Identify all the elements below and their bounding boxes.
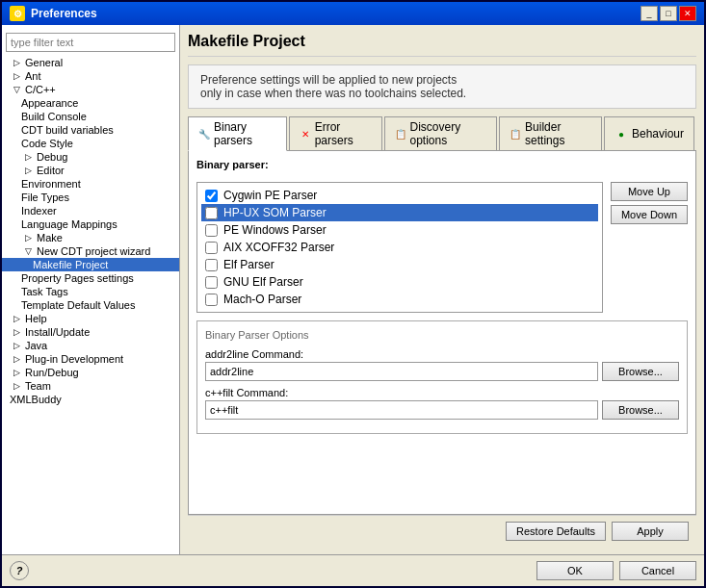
sidebar-item-label: Template Default Values bbox=[21, 299, 135, 311]
window-title: Preferences bbox=[31, 7, 97, 20]
expand-icon: ▷ bbox=[21, 166, 35, 175]
parser-item-hp-ux[interactable]: HP-UX SOM Parser bbox=[201, 204, 598, 221]
sidebar-item-help[interactable]: ▷ Help bbox=[2, 312, 179, 325]
sidebar-item-ant[interactable]: ▷ Ant bbox=[2, 69, 179, 83]
sidebar-item-label: New CDT project wizard bbox=[37, 245, 150, 257]
sidebar-item-editor[interactable]: ▷ Editor bbox=[2, 164, 179, 177]
expand-icon: ▷ bbox=[10, 381, 23, 391]
filter-input[interactable] bbox=[6, 33, 175, 52]
sidebar-item-debug[interactable]: ▷ Debug bbox=[2, 150, 179, 164]
parser-item-cygwin: Cygwin PE Parser bbox=[201, 187, 598, 204]
parser-checkbox-elf[interactable] bbox=[205, 259, 218, 271]
tabs: 🔧 Binary parsers ✕ Error parsers 📋 Disco… bbox=[188, 116, 696, 151]
sidebar-item-general[interactable]: ▷ General bbox=[2, 56, 179, 69]
parser-label: Mach-O Parser bbox=[223, 293, 301, 306]
parser-item-gnu-elf[interactable]: GNU Elf Parser bbox=[201, 273, 598, 291]
restore-defaults-button[interactable]: Restore Defaults bbox=[506, 522, 606, 541]
parser-checkbox-pe-windows[interactable] bbox=[205, 224, 218, 237]
error-parsers-icon: ✕ bbox=[300, 127, 311, 141]
parser-item-aix[interactable]: AIX XCOFF32 Parser bbox=[201, 239, 598, 256]
sidebar-item-property-pages[interactable]: Property Pages settings bbox=[2, 271, 179, 285]
sidebar-item-indexer[interactable]: Indexer bbox=[2, 204, 179, 217]
move-up-button[interactable]: Move Up bbox=[611, 182, 688, 201]
sidebar-item-new-cdt[interactable]: ▽ New CDT project wizard bbox=[2, 244, 179, 258]
sidebar-item-build-console[interactable]: Build Console bbox=[2, 110, 179, 123]
sidebar-item-cdt-build-variables[interactable]: CDT build variables bbox=[2, 123, 179, 137]
tab-error-parsers[interactable]: ✕ Error parsers bbox=[289, 116, 382, 150]
sidebar-item-label: Debug bbox=[37, 151, 67, 163]
tab-binary-parsers[interactable]: 🔧 Binary parsers bbox=[188, 116, 287, 151]
sidebar-item-team[interactable]: ▷ Team bbox=[2, 379, 179, 393]
info-text-2: only in case when there was no toolchain… bbox=[200, 87, 684, 100]
cppfilt-browse-button[interactable]: Browse... bbox=[602, 400, 679, 420]
parser-list: Cygwin PE Parser HP-UX SOM Parser PE Win… bbox=[197, 183, 602, 312]
sidebar-item-label: Ant bbox=[25, 70, 41, 82]
behaviour-icon: ● bbox=[614, 127, 628, 141]
sidebar-item-label: Make bbox=[37, 232, 63, 243]
parser-checkbox-mach-o[interactable] bbox=[205, 294, 218, 306]
tab-discovery-options[interactable]: 📋 Discovery options bbox=[384, 116, 498, 150]
addr2line-browse-button[interactable]: Browse... bbox=[602, 362, 679, 381]
sidebar-item-task-tags[interactable]: Task Tags bbox=[2, 285, 179, 298]
sidebar-item-environment[interactable]: Environment bbox=[2, 177, 179, 191]
sidebar-item-label: Java bbox=[25, 340, 47, 351]
sidebar-item-plugin-dev[interactable]: ▷ Plug-in Development bbox=[2, 352, 179, 366]
options-title: Binary Parser Options bbox=[205, 329, 679, 341]
tab-label: Behaviour bbox=[632, 127, 684, 141]
sidebar-item-label: General bbox=[25, 57, 63, 68]
tab-behaviour[interactable]: ● Behaviour bbox=[604, 116, 694, 150]
sidebar-item-label: CDT build variables bbox=[21, 124, 114, 136]
parser-checkbox-gnu-elf[interactable] bbox=[205, 276, 218, 289]
main-footer: Restore Defaults Apply bbox=[188, 515, 696, 547]
minimize-button[interactable]: _ bbox=[641, 6, 658, 21]
window-footer: ? OK Cancel bbox=[2, 554, 704, 586]
title-bar: ⚙ Preferences _ □ ✕ bbox=[2, 2, 704, 25]
sidebar-item-make[interactable]: ▷ Make bbox=[2, 231, 179, 244]
sidebar-item-cpp[interactable]: ▽ C/C++ bbox=[2, 83, 179, 96]
addr2line-field-row: addr2line Command: Browse... bbox=[205, 348, 679, 381]
expand-icon: ▷ bbox=[10, 71, 23, 81]
sidebar-item-file-types[interactable]: File Types bbox=[2, 191, 179, 204]
expand-icon: ▷ bbox=[10, 314, 23, 323]
parser-item-elf[interactable]: Elf Parser bbox=[201, 256, 598, 273]
expand-icon: ▷ bbox=[10, 327, 23, 337]
help-button[interactable]: ? bbox=[10, 561, 29, 580]
sidebar-item-code-style[interactable]: Code Style bbox=[2, 137, 179, 150]
expand-icon: ▷ bbox=[21, 152, 35, 162]
sidebar-item-label: Indexer bbox=[21, 205, 57, 217]
tab-label: Builder settings bbox=[525, 120, 591, 147]
sidebar-item-run-debug[interactable]: ▷ Run/Debug bbox=[2, 366, 179, 379]
tab-builder-settings[interactable]: 📋 Builder settings bbox=[499, 116, 602, 150]
cancel-button[interactable]: Cancel bbox=[619, 561, 696, 580]
sidebar-item-label: XMLBuddy bbox=[10, 394, 62, 405]
sidebar-item-makefile-project[interactable]: Makefile Project bbox=[2, 258, 179, 271]
parser-item-pe-windows[interactable]: PE Windows Parser bbox=[201, 221, 598, 239]
parser-item-mach-o[interactable]: Mach-O Parser bbox=[201, 291, 598, 308]
parser-checkbox-hp-ux[interactable] bbox=[205, 207, 218, 219]
sidebar-item-install-update[interactable]: ▷ Install/Update bbox=[2, 325, 179, 339]
sidebar-item-java[interactable]: ▷ Java bbox=[2, 339, 179, 352]
title-bar-controls: _ □ ✕ bbox=[641, 6, 696, 21]
content-area: ▷ General ▷ Ant ▽ C/C++ Appearance Build… bbox=[2, 25, 704, 554]
addr2line-input[interactable] bbox=[205, 362, 598, 381]
addr2line-input-row: Browse... bbox=[205, 362, 679, 381]
parser-checkbox-cygwin[interactable] bbox=[205, 190, 218, 202]
parser-label: HP-UX SOM Parser bbox=[223, 206, 327, 219]
sidebar-item-xmlbuddy[interactable]: XMLBuddy bbox=[2, 393, 179, 406]
parser-checkbox-aix[interactable] bbox=[205, 242, 218, 254]
sidebar-item-label: Help bbox=[25, 313, 47, 324]
parser-list-container: Cygwin PE Parser HP-UX SOM Parser PE Win… bbox=[196, 182, 603, 313]
move-down-button[interactable]: Move Down bbox=[611, 205, 688, 224]
cppfilt-input[interactable] bbox=[205, 400, 598, 420]
title-bar-left: ⚙ Preferences bbox=[10, 6, 97, 21]
ok-button[interactable]: OK bbox=[536, 561, 614, 580]
sidebar-item-template-default[interactable]: Template Default Values bbox=[2, 298, 179, 312]
close-button[interactable]: ✕ bbox=[679, 6, 696, 21]
apply-button[interactable]: Apply bbox=[612, 522, 689, 541]
sidebar-item-appearance[interactable]: Appearance bbox=[2, 96, 179, 110]
tab-label: Binary parsers bbox=[214, 120, 276, 147]
maximize-button[interactable]: □ bbox=[660, 6, 677, 21]
cppfilt-field-row: c++filt Command: Browse... bbox=[205, 387, 679, 420]
expand-icon: ▷ bbox=[10, 341, 23, 350]
sidebar-item-language-mappings[interactable]: Language Mappings bbox=[2, 217, 179, 231]
